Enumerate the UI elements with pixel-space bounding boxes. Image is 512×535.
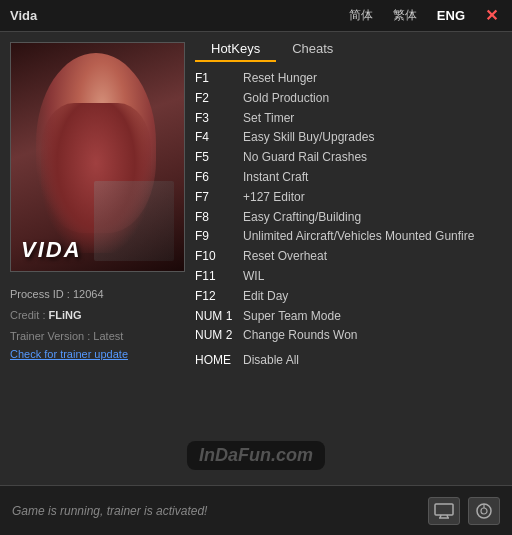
left-panel: VIDA Process ID : 12064 Credit : FLiNG T… [0, 32, 190, 485]
app-title: Vida [10, 8, 37, 23]
lang-english[interactable]: ENG [433, 6, 469, 25]
lang-simplified[interactable]: 简体 [345, 5, 377, 26]
hotkey-num2-desc: Change Rounds Won [243, 327, 358, 344]
hotkey-f5-desc: No Guard Rail Crashes [243, 149, 367, 166]
monitor-icon[interactable] [428, 497, 460, 525]
hotkeys-list: F1 Reset Hunger F2 Gold Production F3 Se… [195, 70, 504, 485]
svg-point-5 [481, 508, 487, 514]
hotkey-f2: F2 Gold Production [195, 90, 504, 107]
status-message: Game is running, trainer is activated! [12, 504, 207, 518]
hotkey-home-desc: Disable All [243, 352, 299, 369]
tabs-bar: HotKeys Cheats [195, 37, 504, 62]
title-bar: Vida 简体 繁体 ENG ✕ [0, 0, 512, 32]
hotkey-num1-desc: Super Team Mode [243, 308, 341, 325]
hotkey-f8: F8 Easy Crafting/Building [195, 209, 504, 226]
info-panel: Process ID : 12064 Credit : FLiNG Traine… [0, 282, 190, 368]
hotkey-f4-desc: Easy Skill Buy/Upgrades [243, 129, 374, 146]
bottom-bar: Game is running, trainer is activated! [0, 485, 512, 535]
hotkey-f8-key: F8 [195, 209, 243, 226]
hotkey-f12: F12 Edit Day [195, 288, 504, 305]
hotkey-f4: F4 Easy Skill Buy/Upgrades [195, 129, 504, 146]
hotkey-num2: NUM 2 Change Rounds Won [195, 327, 504, 344]
hotkey-f1: F1 Reset Hunger [195, 70, 504, 87]
hotkey-f12-desc: Edit Day [243, 288, 288, 305]
game-cover-image: VIDA [10, 42, 185, 272]
hotkey-f9-key: F9 [195, 228, 243, 245]
hotkey-f7: F7 +127 Editor [195, 189, 504, 206]
svg-rect-0 [435, 504, 453, 515]
credit-row: Credit : FLiNG [10, 309, 180, 321]
hotkey-f7-desc: +127 Editor [243, 189, 305, 206]
hotkey-f1-key: F1 [195, 70, 243, 87]
close-button[interactable]: ✕ [481, 4, 502, 27]
hotkey-f12-key: F12 [195, 288, 243, 305]
hotkey-f10: F10 Reset Overheat [195, 248, 504, 265]
trainer-version: Trainer Version : Latest [10, 330, 180, 342]
hotkey-f5: F5 No Guard Rail Crashes [195, 149, 504, 166]
hotkey-f3-desc: Set Timer [243, 110, 294, 127]
hotkey-home-key: HOME [195, 352, 243, 369]
hotkey-f2-desc: Gold Production [243, 90, 329, 107]
bottom-icons [428, 497, 500, 525]
hotkey-f8-desc: Easy Crafting/Building [243, 209, 361, 226]
game-title-overlay: VIDA [21, 237, 82, 263]
hotkey-num1: NUM 1 Super Team Mode [195, 308, 504, 325]
title-bar-controls: 简体 繁体 ENG ✕ [345, 4, 502, 27]
right-panel: HotKeys Cheats F1 Reset Hunger F2 Gold P… [190, 32, 512, 485]
hotkey-f5-key: F5 [195, 149, 243, 166]
hotkey-f4-key: F4 [195, 129, 243, 146]
tab-cheats[interactable]: Cheats [276, 37, 349, 62]
update-link[interactable]: Check for trainer update [10, 348, 128, 360]
image-panel: VIDA [0, 32, 190, 282]
hotkey-f11-key: F11 [195, 268, 243, 285]
main-content: VIDA Process ID : 12064 Credit : FLiNG T… [0, 32, 512, 485]
hotkey-f6: F6 Instant Craft [195, 169, 504, 186]
hotkey-f11: F11 WIL [195, 268, 504, 285]
hotkey-home: HOME Disable All [195, 352, 504, 369]
hotkey-num1-key: NUM 1 [195, 308, 243, 325]
tab-hotkeys[interactable]: HotKeys [195, 37, 276, 62]
hotkey-f11-desc: WIL [243, 268, 264, 285]
hotkey-f3: F3 Set Timer [195, 110, 504, 127]
hotkey-f9: F9 Unlimited Aircraft/Vehicles Mounted G… [195, 228, 504, 245]
hotkey-f10-key: F10 [195, 248, 243, 265]
lang-traditional[interactable]: 繁体 [389, 5, 421, 26]
hotkey-f6-key: F6 [195, 169, 243, 186]
hotkey-f7-key: F7 [195, 189, 243, 206]
hotkey-num2-key: NUM 2 [195, 327, 243, 344]
hotkey-f6-desc: Instant Craft [243, 169, 308, 186]
hotkey-f3-key: F3 [195, 110, 243, 127]
credit-label: Credit : [10, 309, 49, 321]
hotkey-f9-desc: Unlimited Aircraft/Vehicles Mounted Gunf… [243, 228, 474, 245]
credit-value: FLiNG [49, 309, 82, 321]
process-id: Process ID : 12064 [10, 288, 180, 300]
hotkey-f2-key: F2 [195, 90, 243, 107]
music-icon[interactable] [468, 497, 500, 525]
hotkey-f1-desc: Reset Hunger [243, 70, 317, 87]
hotkey-f10-desc: Reset Overheat [243, 248, 327, 265]
